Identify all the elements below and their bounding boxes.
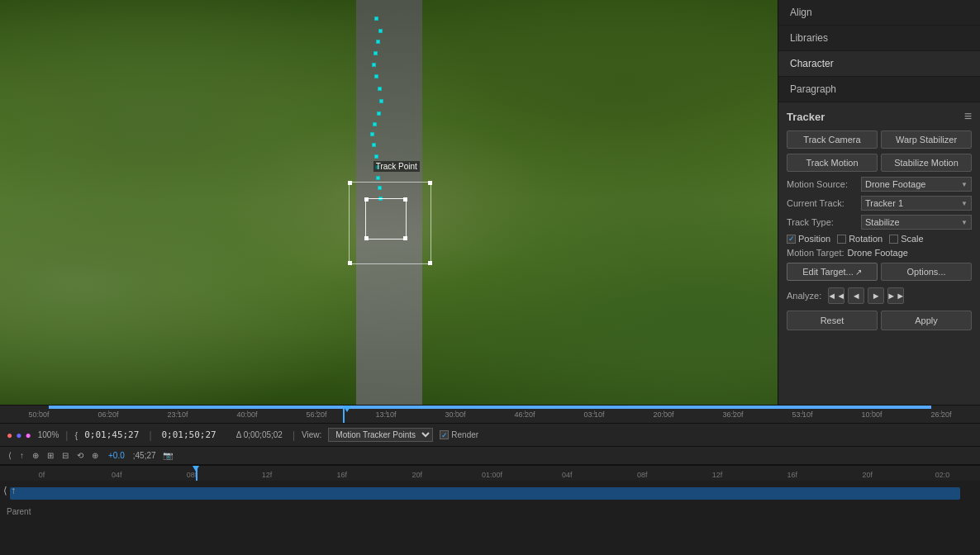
toolbar-btn-4[interactable]: ⊞ xyxy=(45,450,55,461)
toolbar-timecode: +0.0 xyxy=(108,451,125,460)
ruler-mark-0: 50:00f xyxy=(4,410,74,419)
track-dot xyxy=(372,63,376,67)
parent-label: Parent xyxy=(7,507,31,516)
timeline-ruler[interactable]: 50:00f 06:20f 23:10f 40:00f 56:20f 13:10… xyxy=(0,406,980,424)
options-button[interactable]: Options... xyxy=(881,263,972,281)
track-dot xyxy=(376,176,380,180)
tab-paragraph[interactable]: Paragraph xyxy=(778,77,980,102)
current-track-dropdown[interactable]: Tracker 1 ▼ xyxy=(861,196,972,211)
tracker-header: Tracker ≡ xyxy=(787,109,972,124)
timeline-area: 50:00f 06:20f 23:10f 40:00f 56:20f 13:10… xyxy=(0,405,980,555)
bt-mark-7: 04f xyxy=(530,471,605,479)
track-type-row: Track Type: Stabilize ▼ xyxy=(787,215,972,230)
bt-track-bar-main xyxy=(10,487,960,500)
apply-button[interactable]: Apply xyxy=(881,311,972,330)
ruler-mark-9: 20:00f xyxy=(629,410,698,419)
tracking-box-inner[interactable] xyxy=(365,198,407,240)
view-dropdown[interactable]: Motion Tracker Points xyxy=(328,428,433,442)
bottom-timeline-section: 0f 04f 08f 12f 16f 20f 01:00f 04f 08f 12… xyxy=(0,465,980,519)
corner-handle-tr[interactable] xyxy=(428,181,432,185)
video-area: Track Point xyxy=(0,0,778,405)
track-type-dropdown[interactable]: Stabilize ▼ xyxy=(861,215,972,230)
bt-mark-1: 04f xyxy=(79,471,155,479)
inner-corner-br[interactable] xyxy=(403,236,407,240)
rotation-checkbox-item[interactable]: Rotation xyxy=(837,234,882,244)
toolbar-btn-1[interactable]: ⟨ xyxy=(7,450,13,461)
motion-source-row: Motion Source: Drone Footage ▼ xyxy=(787,177,972,192)
bottom-tracks: Parent ⟨ ↑ xyxy=(0,481,980,519)
position-checkbox-item[interactable]: ✓ Position xyxy=(787,234,830,244)
analyze-label: Analyze: xyxy=(787,291,821,301)
camera-icon[interactable]: 📷 xyxy=(161,450,174,461)
track-dot xyxy=(378,87,382,91)
warp-stabilizer-button[interactable]: Warp Stabilizer xyxy=(881,130,972,149)
render-checkbox[interactable]: ✓ Render xyxy=(440,430,478,439)
tab-libraries[interactable]: Libraries xyxy=(778,26,980,51)
bt-ctrl-2[interactable]: ↑ xyxy=(11,485,16,496)
tab-align[interactable]: Align xyxy=(778,0,980,26)
toolbar-btn-5[interactable]: ⊟ xyxy=(60,450,70,461)
ruler-marks: 50:00f 06:20f 23:10f 40:00f 56:20f 13:10… xyxy=(4,410,976,419)
inner-corner-tr[interactable] xyxy=(403,197,407,202)
tc-brace-start: { xyxy=(74,430,78,440)
analyze-rewind-button[interactable]: ◄◄ xyxy=(828,287,844,304)
render-check-box[interactable]: ✓ xyxy=(440,430,449,439)
analyze-row: Analyze: ◄◄ ◄ ► ►► xyxy=(787,287,972,304)
track-dot xyxy=(373,51,378,55)
bottom-ruler: 0f 04f 08f 12f 16f 20f 01:00f 04f 08f 12… xyxy=(0,466,980,481)
motion-source-arrow: ▼ xyxy=(961,181,968,188)
tc-sep1: | xyxy=(149,429,151,441)
ruler-mark-12: 10:00f xyxy=(837,410,906,419)
analyze-forward-button[interactable]: ►► xyxy=(887,287,904,304)
ruler-mark-8: 03:10f xyxy=(559,410,629,419)
bt-mark-0: 0f xyxy=(4,471,79,479)
edit-target-button[interactable]: Edit Target... ↗ xyxy=(787,263,878,281)
scale-checkbox-item[interactable]: Scale xyxy=(889,234,924,244)
ruler-mark-4: 56:20f xyxy=(282,410,351,419)
stabilize-motion-button[interactable]: Stabilize Motion xyxy=(881,154,972,172)
bt-mark-5: 20f xyxy=(379,471,454,479)
bt-mark-6: 01:00f xyxy=(454,471,530,479)
motion-source-label: Motion Source: xyxy=(787,179,861,189)
rotation-checkbox[interactable] xyxy=(837,235,846,244)
bt-ctrl-1[interactable]: ⟨ xyxy=(3,485,7,496)
toolbar-btn-2[interactable]: ↑ xyxy=(18,450,26,461)
position-checkbox[interactable]: ✓ xyxy=(787,235,796,244)
analyze-play-button[interactable]: ► xyxy=(868,287,884,304)
inner-corner-tl[interactable] xyxy=(364,197,369,202)
current-time: ;45;27 xyxy=(133,451,156,460)
ruler-mark-2: 23:10f xyxy=(143,410,212,419)
tracker-title: Tracker xyxy=(787,111,825,123)
track-dot xyxy=(378,29,383,33)
bottom-controls-left: ⟨ ↑ xyxy=(3,485,16,496)
scale-checkbox[interactable] xyxy=(889,235,898,244)
track-point-label: Track Point xyxy=(373,161,420,172)
motion-target-label: Motion Target: xyxy=(787,248,844,258)
toolbar-row: ⟨ ↑ ⊕ ⊞ ⊟ ⟲ ⊕ +0.0 ;45;27 📷 xyxy=(0,447,980,465)
corner-handle-br[interactable] xyxy=(428,261,432,265)
inner-corner-bl[interactable] xyxy=(364,236,369,240)
tab-character[interactable]: Character xyxy=(778,51,980,77)
motion-target-row: Motion Target: Drone Footage xyxy=(787,248,972,258)
track-type-value: Stabilize xyxy=(865,217,900,227)
corner-handle-tl[interactable] xyxy=(348,181,352,185)
track-camera-button[interactable]: Track Camera xyxy=(787,130,878,149)
zoom-value: 100% xyxy=(38,430,59,439)
track-type-label: Track Type: xyxy=(787,217,861,227)
track-dot xyxy=(376,40,380,44)
rotation-label: Rotation xyxy=(849,234,882,244)
toolbar-btn-6[interactable]: ⟲ xyxy=(75,450,85,461)
toolbar-btn-7[interactable]: ⊕ xyxy=(90,450,100,461)
track-motion-button[interactable]: Track Motion xyxy=(787,154,878,172)
tracker-menu-icon[interactable]: ≡ xyxy=(964,109,972,124)
bt-mark-8: 08f xyxy=(605,471,680,479)
corner-handle-bl[interactable] xyxy=(348,261,352,265)
tc-icon-pink: ● xyxy=(26,429,31,441)
motion-source-dropdown[interactable]: Drone Footage ▼ xyxy=(861,177,972,192)
toolbar-btn-3[interactable]: ⊕ xyxy=(31,450,40,461)
analyze-back-button[interactable]: ◄ xyxy=(848,287,864,304)
current-track-row: Current Track: Tracker 1 ▼ xyxy=(787,196,972,211)
ruler-mark-6: 30:00f xyxy=(421,410,490,419)
reset-button[interactable]: Reset xyxy=(787,311,878,330)
work-area-bar xyxy=(49,406,930,409)
